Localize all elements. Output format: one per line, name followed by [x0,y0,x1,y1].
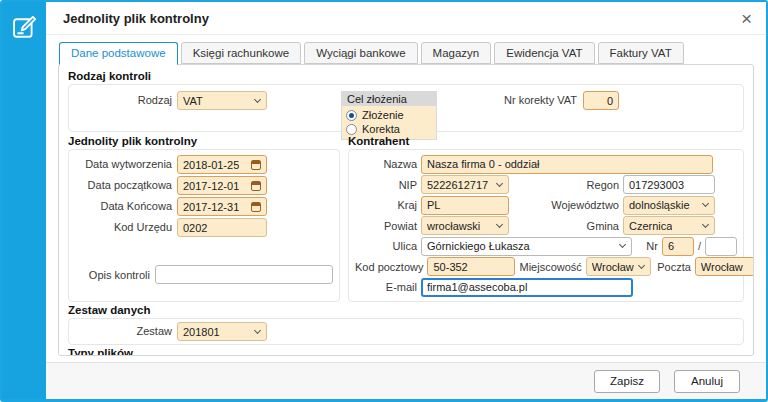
nr-korekty-vat-input[interactable] [583,91,619,110]
chevron-down-icon [638,261,645,268]
miejscowosc-value: Wrocław [592,261,634,273]
opis-kontroli-label: Opis kontroli [75,269,150,281]
wojewodztwo-value: dolnośląskie [629,199,690,211]
nip-value: 5222612717 [427,179,488,191]
tab-faktury-vat[interactable]: Faktury VAT [598,42,684,64]
kraj-input[interactable] [421,196,509,215]
nr-lokalu-input[interactable] [705,237,737,256]
nr-korekty-label: Nr korekty VAT [504,91,577,110]
calendar-icon [251,202,261,212]
tab-wyciagi-bankowe[interactable]: Wyciągi bankowe [304,42,417,64]
section-title-jpk: Jednolity plik kontrolny [68,135,340,147]
radio-zlozenie-label: Złożenie [362,109,404,121]
zestaw-dropdown[interactable]: 201801 [177,322,267,341]
nr-input[interactable] [662,237,694,256]
gmina-label: Gmina [509,220,619,232]
poczta-label: Poczta [655,261,691,273]
ulica-label: Ulica [355,240,417,252]
data-poczatkowa-datepicker[interactable]: 2017-12-01 [177,176,267,195]
data-poczatkowa-label: Data początkowa [75,176,172,195]
title-bar: Jednolity plik kontrolny × [46,2,766,35]
kod-pocztowy-input[interactable] [427,257,515,276]
chevron-down-icon [702,220,709,227]
chevron-down-icon [496,179,503,186]
close-icon[interactable]: × [741,9,752,28]
kontrahent-column: Kontrahent Nazwa NIP 5222612717 [348,133,744,302]
section-title-zestaw-danych: Zestaw danych [68,304,744,316]
ulica-value: Górnickiego Łukasza [427,240,530,252]
email-label: E-mail [355,281,417,293]
radio-selected-icon [346,110,357,121]
spacer [75,239,333,263]
chevron-down-icon [254,326,261,333]
cel-zlozenia-title: Cel złożenia [342,92,436,106]
kraj-label: Kraj [355,199,417,211]
calendar-icon [251,160,261,170]
wojewodztwo-label: Województwo [509,199,619,211]
section-title-kontrahent: Kontrahent [348,135,744,147]
ulica-dropdown[interactable]: Górnickiego Łukasza [421,237,632,256]
footer-bar: Zapisz Anuluj [46,362,766,399]
jpk-dialog: Jednolity plik kontrolny × Dane podstawo… [0,0,768,402]
sidebar [2,2,46,399]
group-kontrahent: Nazwa NIP 5222612717 Regon [348,149,744,302]
gmina-dropdown[interactable]: Czernica [623,216,715,235]
data-wytworzenia-datepicker[interactable]: 2018-01-25 [177,155,267,174]
radio-unselected-icon [346,124,357,135]
chevron-down-icon [496,220,503,227]
group-jpk: Data wytworzenia 2018-01-25 Data początk… [68,149,340,302]
nr-lokalu-separator: / [698,240,701,252]
tab-bar: Dane podstawowe Księgi rachunkowe Wyciąg… [58,42,754,64]
miejscowosc-label: Miejscowość [519,261,581,273]
poczta-input[interactable] [695,257,754,276]
edit-note-icon [10,14,38,42]
powiat-value: wrocławski [427,220,480,232]
wojewodztwo-dropdown[interactable]: dolnośląskie [623,196,715,215]
nazwa-input[interactable] [421,155,713,174]
data-koncowa-value: 2017-12-31 [183,201,239,213]
tab-panel: Rodzaj kontroli Rodzaj VAT Cel złożenia [58,64,754,356]
zestaw-label: Zestaw [75,322,172,341]
powiat-label: Powiat [355,220,417,232]
gmina-value: Czernica [629,220,672,232]
group-zestaw-danych: Zestaw 201801 [68,318,744,345]
kod-urzedu-input[interactable] [177,218,267,237]
cancel-button[interactable]: Anuluj [674,370,740,393]
calendar-icon [251,181,261,191]
miejscowosc-dropdown[interactable]: Wrocław [586,257,651,276]
regon-input[interactable] [623,175,715,194]
kod-pocztowy-label: Kod pocztowy [355,261,423,273]
powiat-dropdown[interactable]: wrocławski [421,216,509,235]
dialog-content: Dane podstawowe Księgi rachunkowe Wyciąg… [46,35,766,362]
tab-dane-podstawowe[interactable]: Dane podstawowe [59,42,178,65]
data-koncowa-label: Data Końcowa [75,197,172,216]
nr-korekty-group: Nr korekty VAT [504,91,619,110]
form-columns: Jednolity plik kontrolny Data wytworzeni… [68,133,744,302]
tab-magazyn[interactable]: Magazyn [421,42,492,64]
data-wytworzenia-label: Data wytworzenia [75,155,172,174]
chevron-down-icon [254,95,261,102]
tab-ksiegi-rachunkowe[interactable]: Księgi rachunkowe [181,42,302,64]
email-input[interactable] [421,278,633,297]
chevron-down-icon [619,241,626,248]
section-title-typy-plikow: Typy plików [68,347,744,356]
regon-label: Regon [509,179,619,191]
tab-ewidencja-vat[interactable]: Ewidencja VAT [494,42,594,64]
rodzaj-value: VAT [183,95,203,107]
group-rodzaj-kontroli: Rodzaj VAT Cel złożenia Złożenie [68,84,744,132]
dialog-title: Jednolity plik kontrolny [63,11,209,26]
opis-kontroli-input[interactable] [155,265,333,284]
nip-dropdown[interactable]: 5222612717 [421,175,509,194]
rodzaj-dropdown[interactable]: VAT [177,91,267,110]
nr-label: Nr [636,240,658,252]
rodzaj-label: Rodzaj [75,91,172,110]
data-poczatkowa-value: 2017-12-01 [183,180,239,192]
zestaw-value: 201801 [183,326,220,338]
nazwa-label: Nazwa [355,158,417,170]
nip-label: NIP [355,179,417,191]
dialog-main: Jednolity plik kontrolny × Dane podstawo… [46,2,766,399]
save-button[interactable]: Zapisz [594,370,660,393]
data-koncowa-datepicker[interactable]: 2017-12-31 [177,197,267,216]
jpk-column: Jednolity plik kontrolny Data wytworzeni… [68,133,340,302]
radio-zlozenie[interactable]: Złożenie [346,108,432,122]
